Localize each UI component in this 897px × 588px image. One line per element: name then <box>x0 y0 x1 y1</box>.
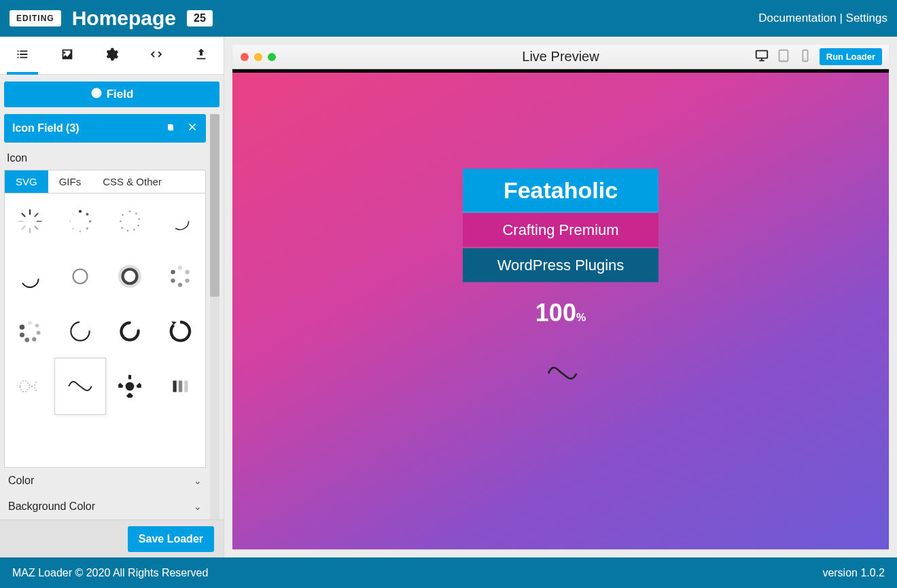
svg-point-16 <box>129 210 131 213</box>
loader-option[interactable] <box>155 304 205 359</box>
svg-point-28 <box>178 265 182 270</box>
svg-point-43 <box>126 382 135 391</box>
loader-option[interactable] <box>55 194 105 249</box>
top-bar: EDITING Homepage 25 Documentation | Sett… <box>0 0 897 37</box>
loader-option-selected[interactable] <box>55 359 105 414</box>
svg-rect-52 <box>173 381 177 392</box>
loader-option[interactable] <box>55 304 105 359</box>
tab-svg[interactable]: SVG <box>5 170 48 193</box>
loader-option[interactable] <box>105 194 156 249</box>
tablet-icon[interactable] <box>776 48 791 66</box>
preview-content: Feataholic Crafting Premium WordPress Pl… <box>463 169 658 392</box>
run-loader-button[interactable]: Run Loader <box>820 48 882 65</box>
loader-option[interactable] <box>105 304 156 359</box>
loader-option[interactable] <box>155 359 205 414</box>
icon-section-label: Icon <box>4 149 206 170</box>
svg-point-21 <box>127 229 129 232</box>
left-content: Field Icon Field (3) Icon SVG GIFs <box>0 75 224 519</box>
toolbar-settings[interactable] <box>90 37 135 74</box>
svg-rect-53 <box>179 381 182 392</box>
svg-point-41 <box>71 322 89 340</box>
toolbar <box>0 37 224 75</box>
scrollbar-thumb[interactable] <box>210 114 219 297</box>
loader-option[interactable] <box>5 194 55 249</box>
svg-point-17 <box>136 213 138 215</box>
svg-point-11 <box>86 227 88 229</box>
preview-percent: 100% <box>463 299 658 327</box>
svg-rect-54 <box>184 381 188 392</box>
svg-point-9 <box>86 213 88 215</box>
svg-point-30 <box>185 278 189 282</box>
duplicate-icon[interactable] <box>165 122 176 135</box>
icon-grid[interactable] <box>4 193 206 468</box>
svg-rect-55 <box>756 50 768 58</box>
documentation-link[interactable]: Documentation <box>758 12 836 24</box>
percent-suffix: % <box>576 312 586 323</box>
preview-frame: Live Preview Run Loader Feataholic Craft… <box>232 45 889 549</box>
window-traffic-lights <box>241 53 276 61</box>
svg-point-42 <box>122 323 139 339</box>
top-links: Documentation | Settings <box>758 12 887 25</box>
svg-point-20 <box>133 229 135 231</box>
svg-point-35 <box>35 324 39 327</box>
code-icon <box>149 47 164 65</box>
editing-badge: EDITING <box>10 10 61 26</box>
mobile-icon[interactable] <box>798 48 813 66</box>
svg-point-61 <box>805 58 805 59</box>
svg-point-8 <box>79 210 82 213</box>
toolbar-code[interactable] <box>134 37 179 74</box>
svg-point-10 <box>89 220 91 222</box>
svg-point-27 <box>123 269 137 283</box>
sidebar-scrollbar[interactable] <box>210 114 219 519</box>
percent-value: 100 <box>535 299 576 327</box>
loader-option[interactable] <box>155 194 205 249</box>
toolbar-list[interactable] <box>0 37 45 74</box>
save-loader-button[interactable]: Save Loader <box>128 526 214 552</box>
loader-option[interactable] <box>155 249 205 304</box>
svg-point-23 <box>120 220 122 222</box>
loader-option[interactable] <box>55 249 105 304</box>
svg-line-7 <box>22 213 24 216</box>
loader-option[interactable] <box>105 249 156 304</box>
svg-rect-44 <box>128 375 131 379</box>
add-field-label: Field <box>107 88 134 101</box>
add-field-button[interactable]: Field <box>4 81 219 107</box>
svg-line-3 <box>35 226 37 229</box>
svg-point-13 <box>72 227 73 229</box>
svg-point-29 <box>185 270 189 274</box>
traffic-max-icon <box>268 53 276 61</box>
svg-point-36 <box>37 331 41 335</box>
loader-option[interactable] <box>5 359 55 414</box>
loader-option[interactable] <box>105 359 156 414</box>
color-label: Color <box>8 475 34 487</box>
image-icon <box>60 47 75 65</box>
desktop-icon[interactable] <box>754 48 769 66</box>
svg-line-1 <box>35 213 37 216</box>
preview-header: Live Preview Run Loader <box>232 45 889 69</box>
upload-icon <box>194 47 209 65</box>
tab-gifs[interactable]: GIFs <box>48 170 92 193</box>
close-icon[interactable] <box>187 122 198 135</box>
tab-css[interactable]: CSS & Other <box>92 170 173 193</box>
svg-point-19 <box>138 225 140 227</box>
divider: | <box>837 12 846 24</box>
loader-option[interactable] <box>5 249 55 304</box>
toolbar-image[interactable] <box>45 37 90 74</box>
svg-point-40 <box>20 325 25 330</box>
bgcolor-section[interactable]: Background Color ⌄ <box>4 494 206 519</box>
count-badge: 25 <box>187 10 213 26</box>
traffic-min-icon <box>254 53 262 61</box>
toolbar-upload[interactable] <box>179 37 224 74</box>
page-title: Homepage <box>72 7 176 30</box>
gear-icon <box>104 47 119 65</box>
save-bar: Save Loader <box>0 519 224 557</box>
icon-field-card[interactable]: Icon Field (3) <box>4 114 206 143</box>
loader-option[interactable] <box>5 304 55 359</box>
svg-point-14 <box>69 221 71 222</box>
preview-brand: Feataholic <box>463 169 658 213</box>
preview-line3: WordPress Plugins <box>463 249 658 282</box>
icon-field-title: Icon Field (3) <box>12 122 80 134</box>
color-section[interactable]: Color ⌄ <box>4 468 206 494</box>
settings-link[interactable]: Settings <box>846 12 887 24</box>
preview-line2: Crafting Premium <box>463 213 658 249</box>
